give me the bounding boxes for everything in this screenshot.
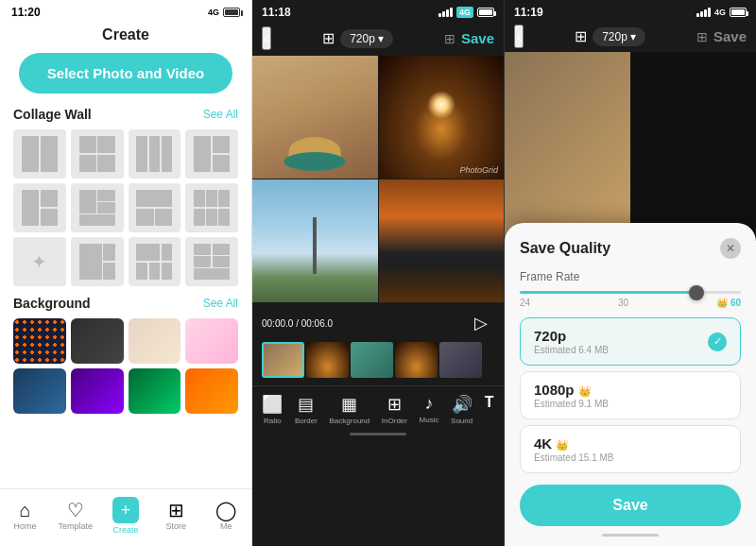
layers-icon-3[interactable]: ⊞: [575, 27, 587, 45]
share-icon-3[interactable]: ⊞: [696, 29, 708, 44]
quality-option-1080p[interactable]: 1080p 👑 Estimated 9.1 MB: [520, 371, 741, 419]
quality-name-1080p: 1080p 👑: [534, 382, 609, 398]
nav-create[interactable]: + Create: [105, 497, 146, 535]
play-button[interactable]: ▷: [468, 310, 494, 336]
select-photo-video-button[interactable]: Select Photo and Video: [19, 53, 232, 94]
collage-template-12[interactable]: [185, 237, 238, 286]
bg-item-orange[interactable]: [185, 368, 238, 414]
background-see-all[interactable]: See All: [203, 297, 238, 310]
page-title-create: Create: [0, 23, 251, 53]
bottom-tools: ⬜ Ratio ▤ Border ▦ Background ⊞ InOrder …: [252, 385, 504, 429]
signal-icon-2: [438, 8, 453, 17]
editor-header-3: ‹ ⊞ 720p ▾ ⊞ Save: [505, 23, 756, 52]
thumb-3[interactable]: [351, 342, 393, 378]
collage-template-5[interactable]: [13, 183, 66, 232]
quality-selector-2[interactable]: 720p ▾: [340, 29, 393, 48]
tool-background[interactable]: ▦ Background: [330, 394, 370, 425]
nav-me[interactable]: ◯ Me: [205, 501, 247, 531]
network-badge-3: 4G: [714, 8, 726, 17]
collage-template-10[interactable]: [71, 237, 124, 286]
editor-center-controls: ⊞ 720p ▾: [322, 29, 393, 48]
back-button-3[interactable]: ‹: [514, 25, 524, 48]
quality-name-4k: 4K 👑: [534, 435, 613, 452]
collage-template-4[interactable]: [185, 129, 238, 179]
photo-crowd: [379, 179, 505, 302]
background-title: Background: [13, 296, 91, 311]
bg-item-dark[interactable]: [71, 318, 124, 364]
thumb-4[interactable]: [395, 342, 438, 378]
collage-template-8[interactable]: [185, 183, 238, 232]
collage-template-3[interactable]: [129, 129, 181, 179]
battery-icon-2: [477, 8, 494, 17]
collage-template-1[interactable]: [13, 129, 66, 179]
share-icon[interactable]: ⊞: [444, 31, 455, 46]
slider-label-24: 24: [520, 298, 530, 308]
check-icon-720p: ✓: [708, 333, 727, 351]
panel-create: 11:20 4G Create Select Photo and Video C…: [0, 0, 252, 546]
status-icons-3: 4G: [696, 8, 747, 17]
save-button-header-3[interactable]: Save: [713, 28, 747, 44]
bg-item-halloween[interactable]: [13, 318, 66, 364]
collage-template-9[interactable]: ✦: [13, 237, 66, 286]
collage-wall-title: Collage Wall: [13, 107, 92, 122]
collage-template-2[interactable]: [71, 129, 124, 179]
bg-item-purple[interactable]: [71, 368, 124, 414]
slider-label-30: 30: [618, 298, 628, 308]
slider-thumb[interactable]: [689, 285, 704, 300]
slider-label-60: 👑 60: [716, 298, 741, 308]
thumb-1[interactable]: [262, 342, 304, 378]
layers-icon[interactable]: ⊞: [322, 29, 335, 47]
save-quality-modal: Save Quality ✕ Frame Rate 24 30 👑 60 720…: [505, 223, 756, 546]
collage-template-7[interactable]: [129, 183, 181, 232]
tool-text[interactable]: T: [485, 394, 494, 425]
thumb-5[interactable]: [439, 342, 482, 378]
tool-inorder[interactable]: ⊞ InOrder: [382, 394, 407, 425]
bg-item-blue[interactable]: [13, 368, 66, 414]
background-icon: ▦: [341, 394, 357, 415]
quality-option-4k[interactable]: 4K 👑 Estimated 15.1 MB: [520, 425, 741, 473]
panel-save-quality: 11:19 4G ‹ ⊞ 720p ▾ ⊞ Save: [505, 0, 756, 546]
modal-save-button[interactable]: Save: [520, 485, 741, 526]
time-3: 11:19: [514, 6, 543, 19]
quality-size-4k: Estimated 15.1 MB: [534, 452, 613, 463]
quality-label-2: 720p: [350, 32, 375, 45]
battery-icon-1: [223, 8, 240, 17]
collage-template-6[interactable]: [71, 183, 124, 232]
collage-template-11[interactable]: [129, 237, 181, 286]
ratio-icon: ⬜: [262, 394, 283, 415]
status-bar-3: 11:19 4G: [505, 0, 756, 23]
quality-option-720p[interactable]: 720p Estimated 6.4 MB ✓: [520, 317, 741, 366]
back-button-2[interactable]: ‹: [262, 26, 271, 50]
signal-icon-3: [696, 8, 711, 17]
nav-store[interactable]: ⊞ Store: [155, 501, 197, 531]
save-button-2[interactable]: Save: [461, 30, 494, 46]
background-section-header: Background See All: [0, 296, 251, 318]
bg-item-pink[interactable]: [185, 318, 238, 364]
collage-wall-section-header: Collage Wall See All: [0, 107, 251, 129]
editor-header: ‹ ⊞ 720p ▾ ⊞ Save: [252, 23, 504, 56]
nav-home[interactable]: ⌂ Home: [5, 501, 46, 531]
tool-border[interactable]: ▤ Border: [295, 394, 318, 425]
quality-options: 720p Estimated 6.4 MB ✓ 1080p 👑 Estimate…: [520, 317, 741, 473]
crown-icon-60: 👑: [716, 298, 728, 308]
quality-selector-3[interactable]: 720p ▾: [593, 27, 645, 46]
frame-rate-slider[interactable]: [520, 291, 741, 294]
modal-close-button[interactable]: ✕: [720, 238, 741, 259]
slider-labels: 24 30 👑 60: [520, 298, 741, 317]
modal-header: Save Quality ✕: [520, 238, 741, 259]
timeline-bar: 00:00.0 / 00:06.0 ▷: [262, 310, 494, 336]
nav-indicator-2: [350, 433, 406, 435]
frame-rate-slider-container: [520, 291, 741, 294]
thumb-2[interactable]: [306, 342, 349, 378]
template-icon: ♡: [67, 501, 84, 520]
collage-see-all[interactable]: See All: [203, 108, 238, 121]
inorder-icon: ⊞: [387, 394, 402, 415]
tool-ratio[interactable]: ⬜ Ratio: [262, 394, 283, 425]
quality-size-1080p: Estimated 9.1 MB: [534, 399, 609, 409]
bg-item-green[interactable]: [129, 368, 181, 414]
bg-item-beige[interactable]: [129, 318, 181, 364]
tool-music[interactable]: ♪ Music: [420, 394, 439, 425]
border-icon: ▤: [298, 394, 314, 415]
tool-sound[interactable]: 🔊 Sound: [451, 394, 472, 425]
nav-template[interactable]: ♡ Template: [55, 501, 96, 531]
